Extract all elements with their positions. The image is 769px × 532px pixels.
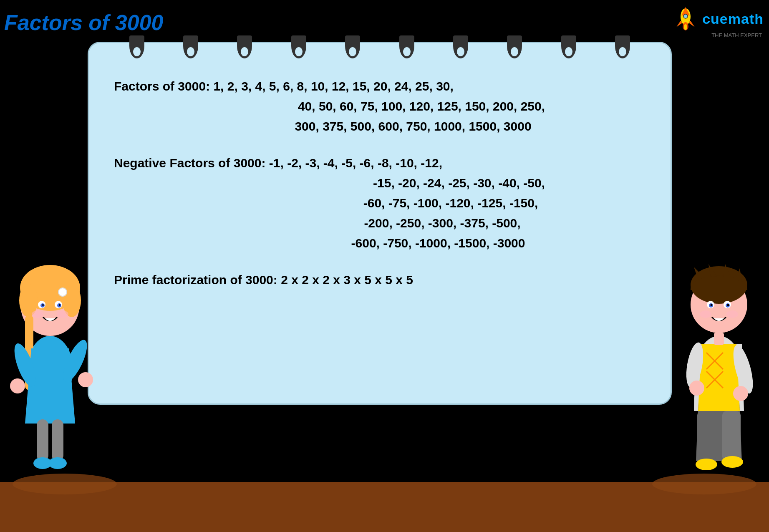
girl-svg — [0, 223, 100, 494]
factors-section: Factors of 3000: 1, 2, 3, 4, 5, 6, 8, 10… — [114, 76, 645, 136]
spiral-rings — [110, 35, 650, 58]
factors-values-2: 40, 50, 60, 75, 100, 120, 125, 150, 200,… — [298, 99, 545, 113]
svg-point-25 — [78, 372, 93, 387]
ring-6 — [399, 35, 414, 58]
ring-1 — [129, 35, 144, 58]
svg-marker-3 — [689, 21, 695, 27]
svg-rect-27 — [52, 419, 63, 461]
svg-point-17 — [42, 304, 44, 306]
svg-point-52 — [721, 456, 743, 468]
negative-factors-section: Negative Factors of 3000: -1, -2, -3, -4… — [114, 153, 645, 253]
svg-point-43 — [700, 310, 711, 318]
svg-point-6 — [684, 24, 687, 30]
prime-line: Prime factorization of 3000: 2 x 2 x 2 x… — [114, 270, 645, 290]
svg-point-24 — [10, 378, 25, 393]
ring-2 — [183, 35, 198, 58]
ring-3 — [237, 35, 252, 58]
svg-point-20 — [57, 310, 68, 318]
svg-point-47 — [689, 381, 704, 396]
cuemath-logo-area: cuemath THE MATH EXPERT — [673, 6, 764, 38]
ring-7 — [453, 35, 468, 58]
svg-rect-26 — [37, 419, 48, 461]
ring-9 — [561, 35, 576, 58]
svg-point-44 — [726, 310, 738, 318]
rocket-icon — [673, 6, 698, 31]
svg-marker-2 — [676, 21, 682, 27]
svg-rect-53 — [714, 333, 724, 345]
prime-label: Prime factorization of 3000: — [114, 273, 277, 287]
factors-line-2: 40, 50, 60, 75, 100, 120, 125, 150, 200,… — [114, 96, 645, 116]
negative-values-2: -15, -20, -24, -25, -30, -40, -50, — [373, 176, 545, 190]
page-title: Factors of 3000 — [4, 10, 164, 35]
svg-point-18 — [59, 304, 61, 306]
svg-point-29 — [48, 457, 67, 469]
negative-values-4: -200, -250, -300, -375, -500, — [364, 216, 520, 230]
ring-4 — [291, 35, 306, 58]
negative-values-1: -1, -2, -3, -4, -5, -6, -8, -10, -12, — [269, 156, 442, 170]
ring-10 — [615, 35, 630, 58]
svg-rect-50 — [722, 411, 741, 461]
prime-values: 2 x 2 x 2 x 3 x 5 x 5 x 5 — [281, 273, 413, 287]
girl-character — [0, 223, 100, 494]
factors-label: Factors of 3000: — [114, 79, 210, 93]
negative-line-2: -15, -20, -24, -25, -30, -40, -50, — [114, 173, 645, 193]
factors-values-3: 300, 375, 500, 600, 750, 1000, 1500, 300… — [295, 119, 531, 133]
negative-label: Negative Factors of 3000: — [114, 156, 265, 170]
svg-point-51 — [696, 459, 717, 470]
svg-point-42 — [727, 304, 729, 306]
negative-line-5: -600, -750, -1000, -1500, -3000 — [114, 233, 645, 253]
negative-values-3: -60, -75, -100, -120, -125, -150, — [363, 196, 538, 210]
svg-point-4 — [683, 14, 688, 18]
negative-values-5: -600, -750, -1000, -1500, -3000 — [351, 236, 525, 250]
factors-values-1: 1, 2, 3, 4, 5, 6, 8, 10, 12, 15, 20, 24,… — [213, 79, 453, 93]
negative-line-3: -60, -75, -100, -120, -125, -150, — [114, 193, 645, 213]
boy-character — [669, 223, 769, 494]
factors-line-1: Factors of 3000: 1, 2, 3, 4, 5, 6, 8, 10… — [114, 76, 645, 96]
ground — [0, 482, 769, 532]
notebook: Factors of 3000: 1, 2, 3, 4, 5, 6, 8, 10… — [88, 42, 672, 405]
boy-svg — [669, 223, 769, 494]
negative-line-4: -200, -250, -300, -375, -500, — [114, 213, 645, 233]
negative-line-1: Negative Factors of 3000: -1, -2, -3, -4… — [114, 153, 645, 173]
brand-tagline: THE MATH EXPERT — [711, 32, 762, 38]
ring-8 — [507, 35, 522, 58]
svg-rect-49 — [697, 411, 716, 461]
factors-line-3: 300, 375, 500, 600, 750, 1000, 1500, 300… — [114, 116, 645, 136]
brand-name: cuemath — [702, 11, 764, 27]
ring-5 — [345, 35, 360, 58]
svg-point-48 — [733, 386, 748, 401]
svg-point-41 — [711, 304, 713, 306]
prime-section: Prime factorization of 3000: 2 x 2 x 2 x… — [114, 270, 645, 290]
svg-point-19 — [32, 310, 43, 318]
svg-point-21 — [58, 288, 67, 296]
